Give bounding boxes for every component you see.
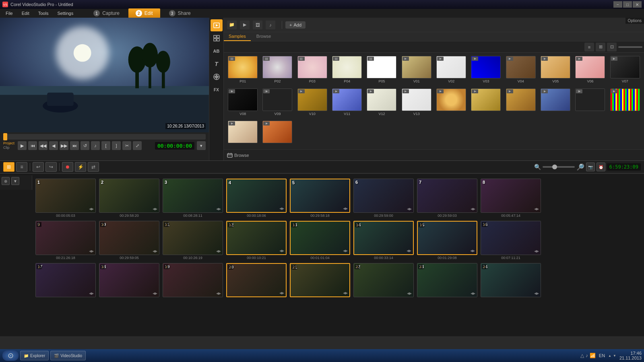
clip-item-17[interactable]: ◀▶ 17 ♪ [35,263,96,297]
volume-button[interactable]: ♪ [91,141,100,150]
clip-item-1[interactable]: ◀▶ 1 00:00:05:03 [35,179,96,218]
media-item-v01[interactable]: ▶ V01 [400,55,433,86]
play-reverse-button[interactable]: ◀ [49,141,58,150]
media-item-p03[interactable]: 🖼 P03 [296,55,329,86]
clip-item-19[interactable]: ◀▶ 19 ♪ [163,263,223,297]
play-button[interactable]: ▶ [18,141,27,150]
media-item-v03[interactable]: ▶ V03 [469,55,502,86]
clip-item-18[interactable]: ◀▶ 18 ♪ [99,263,159,297]
library-folder-icon[interactable]: 📁 [227,21,237,29]
clip-item-5[interactable]: ◀▶ 5 00:29:58:18 [290,179,350,218]
start-button[interactable]: ⊙ [2,350,19,361]
clip-item-10[interactable]: ◀▶ 10 ♪ 00:29:59:05 [99,221,159,260]
clip-item-21[interactable]: ◀▶ 21 ♪ [290,263,350,297]
timecode-dropdown[interactable]: ▾ [197,141,206,150]
browse-button[interactable]: Browse [227,152,249,158]
clip-item-11[interactable]: ◀▶ 11 ♪ 00:10:26:19 [163,221,223,260]
media-item-v04[interactable]: ▶ V04 [504,55,537,86]
media-item-r4[interactable]: ▶ [539,88,572,119]
next-frame-button[interactable]: ▶▶ [60,141,68,150]
taskbar-explorer[interactable]: 📁 Explorer [20,351,49,360]
clip-item-12[interactable]: ◀▶ 12 ♪ 00:00:10:21 [226,221,287,260]
clip-item-14[interactable]: ◀▶ 14 ♪ 00:00:33:14 [353,221,414,260]
tab-samples[interactable]: Samples [224,32,251,41]
clip-item-16[interactable]: ◀▶ 16 ♪ 00:07:11:21 [481,221,541,260]
add-button[interactable]: + Add [285,21,305,29]
mix-button[interactable]: ⇄ [88,162,99,172]
prev-frame-button[interactable]: ◀◀ [39,141,47,150]
mark-in-button[interactable]: [ [101,141,110,150]
maximize-button[interactable]: □ [623,1,632,8]
library-image-icon[interactable]: 🖼 [253,21,262,29]
record-button[interactable]: ⏺ [62,162,73,172]
media-item-p01[interactable]: 🖼 P01 [226,55,259,86]
split-button[interactable]: ⚡ [75,162,86,172]
zoom-out-icon[interactable]: 🔍 [534,164,541,170]
menu-settings[interactable]: Settings [53,10,77,16]
clip-item-15[interactable]: ◀▶ 15 ♪ 00:01:29:08 [417,221,477,260]
clip-item-2[interactable]: ◀▶ 2 00:29:58:20 [99,179,159,218]
clip-item-6[interactable]: ◀▶ 6 00:29:59:00 [353,179,414,218]
loop-button[interactable]: ↺ [80,141,89,150]
preview-timeline[interactable] [3,134,206,140]
library-audio-icon[interactable]: ♪ [266,21,275,29]
minimize-button[interactable]: − [613,1,622,8]
clip-item-4[interactable]: ◀▶ 4 00:00:18:06 [226,179,287,218]
storyboard-button[interactable]: ⊞ [3,162,14,172]
close-button[interactable]: ✕ [633,1,642,8]
mark-out-button[interactable]: ] [112,141,121,150]
sidebar-media[interactable] [211,19,223,31]
clip-item-9[interactable]: ◀▶ 9 ♪ 00:21:26:18 [35,221,96,260]
cut-button[interactable]: ✂ [122,141,131,150]
library-video-icon[interactable]: ▶ [240,21,250,29]
list-view-button[interactable]: ≡ [584,43,594,51]
clock-button[interactable]: ⏰ [597,162,605,171]
sidebar-fx[interactable]: FX [211,84,223,96]
clip-item-20[interactable]: ◀▶ 20 ♪ [226,263,287,297]
clip-item-23[interactable]: ◀▶ 23 ♪ [417,263,477,297]
timeline-button[interactable]: ≡ [16,162,27,172]
add-track-button[interactable]: ⊕ [2,177,10,185]
media-item-p04[interactable]: 🖼 P04 [330,55,363,86]
media-item-r7[interactable]: ▶ [226,120,259,147]
begin-button[interactable]: ⏮ [28,141,37,150]
media-item-r1[interactable]: ▶ [435,88,468,119]
undo-button[interactable]: ↩ [33,162,44,172]
menu-file[interactable]: File [2,10,17,16]
media-item-r3[interactable]: ▶ [504,88,537,119]
media-item-v06[interactable]: ▶ V06 [574,55,607,86]
zoom-bar[interactable] [543,166,575,168]
clip-label[interactable]: Clip [3,146,14,150]
media-item-v12[interactable]: ▶ V12 [365,88,398,119]
tab-edit[interactable]: 2 Edit [128,8,160,18]
clip-item-7[interactable]: ◀▶ 7 00:29:59:03 [417,179,477,218]
preview-thumb[interactable] [3,133,7,140]
clip-item-24[interactable]: ◀▶ 24 ♪ [481,263,541,297]
media-item-r5[interactable]: ▶ [574,88,607,119]
menu-tools[interactable]: Tools [34,10,53,16]
sidebar-transitions[interactable] [211,32,223,44]
media-item-r6[interactable]: ▶ [609,88,642,119]
media-item-v02[interactable]: ▶ V02 [435,55,468,86]
zoom-thumb[interactable] [552,165,557,169]
media-item-v09[interactable]: ▶ V09 [261,88,294,119]
video-frame[interactable]: 10:26:26 13/07/2013 [0,18,209,132]
zoom-slider[interactable] [618,46,642,48]
media-item-r2[interactable]: ▶ [469,88,502,119]
media-item-v05[interactable]: ▶ V05 [539,55,572,86]
redo-button[interactable]: ↪ [45,162,57,172]
sidebar-titles[interactable]: AB [211,45,223,57]
media-item-r8[interactable]: ▶ [261,120,294,147]
camera-button[interactable]: 📷 [586,162,595,171]
taskbar-videostudio[interactable]: 🎬 VideoStudio [50,351,86,360]
zoom-in-icon[interactable]: 🔎 [576,163,584,171]
media-item-v13[interactable]: ▶ V13 [400,88,433,119]
end-button[interactable]: ⏭ [70,141,79,150]
tab-browse[interactable]: Browse [252,32,276,41]
media-item-v08[interactable]: ▶ V08 [226,88,259,119]
clip-item-13[interactable]: ◀▶ 13 ♪ 00:01:01:04 [290,221,350,260]
clip-item-8[interactable]: ◀▶ 8 00:05:47:14 [481,179,541,218]
sidebar-text[interactable]: T [211,58,223,70]
clip-item-22[interactable]: ◀▶ 22 ♪ [353,263,414,297]
expand-button[interactable]: ▼ [11,177,19,185]
